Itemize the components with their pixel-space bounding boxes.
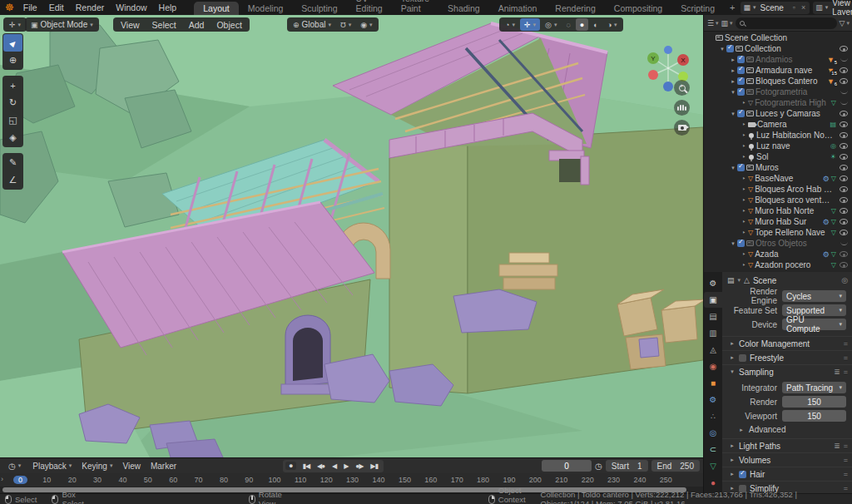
mode-selector[interactable]: ▣Object Mode▾ (25, 17, 99, 32)
shading-rendered-button[interactable]: ◑▾ (603, 18, 622, 31)
visibility-toggle[interactable] (838, 143, 850, 149)
view-layer-selector[interactable]: ▥ ▾ View Layer ▫ × (813, 2, 852, 14)
visibility-toggle[interactable] (838, 219, 850, 225)
timeline-menu-marker[interactable]: Marker (146, 462, 181, 471)
expander-icon[interactable]: ‣ (740, 251, 748, 258)
outliner-row-armadura-nave[interactable]: ▸Armadura nave▼15 (704, 65, 852, 76)
tab-animation[interactable]: Animation (489, 2, 547, 15)
properties-tab-material[interactable]: ● (704, 475, 722, 491)
outliner-row-camera[interactable]: ‣Camera▤ (704, 119, 852, 130)
collection-checkbox[interactable] (737, 67, 745, 74)
visibility-toggle[interactable] (838, 154, 850, 160)
menu-window[interactable]: Window (110, 2, 152, 13)
expander-icon[interactable]: ‣ (740, 197, 748, 204)
visibility-toggle[interactable] (838, 175, 850, 181)
viewport-menu-select[interactable]: Select (146, 18, 182, 31)
pin-icon[interactable]: ◎ (841, 276, 848, 284)
modifier-wrench-icon[interactable]: ⚙ (823, 175, 830, 183)
expander-icon[interactable]: ▸ (729, 57, 737, 63)
end-frame-field[interactable]: End250 (651, 460, 700, 472)
outliner-row-otros-objetos[interactable]: ▾Otros Objetos (704, 238, 852, 249)
shading-wireframe-button[interactable]: ◌ (562, 18, 574, 31)
viewport-menu-object[interactable]: Object (211, 18, 247, 31)
outliner-row-bloques-arco-hab-sur[interactable]: ‣▽Bloques Arco Hab Sur (704, 184, 852, 195)
gizmo-x-neg[interactable] (648, 70, 658, 80)
panel-light-paths[interactable]: ▸Light Paths≣= (722, 438, 852, 452)
current-frame-field[interactable]: 0 (542, 460, 592, 472)
visibility-toggle[interactable] (838, 67, 850, 73)
expander-icon[interactable]: ‣ (740, 143, 748, 150)
camera-view-button[interactable] (674, 120, 690, 136)
gizmo-z-axis[interactable] (664, 46, 672, 54)
expander-icon[interactable]: ▸ (729, 340, 736, 347)
panel-color-management[interactable]: ▸Color Management= (722, 336, 852, 350)
outliner-row-luces-y-camaras[interactable]: ▾Luces y Camaras (704, 108, 852, 119)
outliner-row-fotogrametria[interactable]: ▾Fotogrametria (704, 86, 852, 97)
editor-type-selector[interactable]: ✛▾ (3, 17, 27, 32)
expander-icon[interactable]: ‣ (740, 219, 748, 225)
collection-checkbox[interactable] (737, 88, 745, 96)
outliner-row-collection[interactable]: ▾Collection (704, 43, 852, 54)
scene-render[interactable] (0, 15, 703, 457)
jump-start-button[interactable]: ▮◀ (300, 462, 314, 470)
outliner-row-azadon-pocero[interactable]: ‣▽Azadon pocero▽ (704, 259, 852, 270)
properties-tab-output[interactable]: ▤ (704, 309, 722, 324)
timeline-menu-playback[interactable]: Playback▾ (27, 462, 77, 471)
viewport-3d[interactable]: ✛▾ ▣Object Mode▾ ViewSelectAddObject ⊕Gl… (0, 15, 703, 457)
outliner-row-muro-hab-norte[interactable]: ‣▽Muro Hab Norte▽ (704, 205, 852, 216)
properties-tab-world[interactable]: ◉ (704, 358, 722, 374)
overlays-toggle[interactable]: ◎▾ (541, 18, 561, 31)
tab-scripting[interactable]: Scripting (671, 2, 724, 15)
tab-layout[interactable]: Layout (194, 2, 239, 15)
display-mode-dropdown[interactable]: ☰▾ (707, 19, 719, 27)
viewport-menu-view[interactable]: View (115, 18, 146, 31)
outliner-row-andamios[interactable]: ▸Andamios▼5 (704, 54, 852, 65)
setting-feature-set-dropdown[interactable]: Supported▾ (782, 304, 846, 316)
menu-edit[interactable]: Edit (43, 2, 70, 13)
field-viewport-input[interactable]: 150 (782, 410, 846, 422)
outliner-search-input[interactable] (736, 17, 837, 29)
properties-tab-physics[interactable]: ◎ (704, 425, 722, 441)
snap-toggle[interactable]: Ω▾ (336, 18, 355, 31)
panel-freestyle[interactable]: ▸Freestyle= (722, 350, 852, 364)
expander-icon[interactable]: ‣ (740, 208, 748, 215)
tool-measure-button[interactable]: ∠ (3, 171, 22, 189)
outliner-row-luz-nave[interactable]: ‣Luz nave◎ (704, 141, 852, 151)
frame-tick-0[interactable]: 0 (13, 476, 27, 484)
visibility-toggle[interactable] (838, 262, 850, 268)
properties-tab-particles[interactable]: ∴ (704, 408, 722, 424)
orientation-dropdown[interactable]: ⊕Global▾ (289, 18, 335, 31)
visibility-toggle[interactable] (838, 208, 850, 214)
visibility-toggle[interactable] (838, 165, 850, 170)
record-button[interactable]: ● (285, 462, 295, 470)
setting-device-dropdown[interactable]: GPU Compute▾ (782, 319, 846, 330)
expander-icon[interactable]: ▾ (718, 46, 726, 52)
outliner-row-luz-habitacion-norte[interactable]: ‣Luz Habitacion Norte (704, 130, 852, 141)
tab-sculpting[interactable]: Sculpting (292, 2, 346, 15)
visibility-toggle[interactable] (838, 186, 850, 192)
expander-icon[interactable]: ‣ (740, 100, 748, 106)
tab-modeling[interactable]: Modeling (239, 2, 293, 15)
drag-handle-icon[interactable]: = (844, 368, 848, 376)
add-workspace-button[interactable]: + (724, 1, 741, 14)
visibility-dropdown[interactable]: ◔▾ (501, 18, 519, 31)
shading-solid-button[interactable]: ● (576, 18, 588, 31)
tool-annotate-button[interactable]: ✎ (3, 154, 22, 171)
tool-select-box-button[interactable]: ▶ (3, 34, 22, 52)
visibility-toggle[interactable] (838, 121, 850, 127)
expander-icon[interactable]: ▸ (729, 442, 736, 449)
scene-selector[interactable]: ▦ ▾ Scene ▫ × (741, 2, 810, 14)
drag-handle-icon[interactable]: = (844, 353, 848, 362)
expander-icon[interactable]: ‣ (740, 154, 748, 161)
tool-transform-button[interactable]: ◈ (3, 129, 22, 146)
ruler-corner-arrow[interactable]: › (1, 475, 3, 483)
blender-logo-icon[interactable]: ☸ (5, 2, 14, 13)
panel-sampling[interactable]: ▾Sampling≣= (722, 364, 852, 378)
properties-editor-icon[interactable]: ▤ (727, 276, 735, 284)
outliner-row-tope-relleno-nave[interactable]: ‣▽Tope Relleno Nave▽ (704, 227, 852, 238)
filter-dropdown[interactable]: ▽▾ (840, 19, 850, 27)
tool-move-button[interactable]: + (3, 77, 22, 94)
properties-tab-object-data[interactable]: ▽ (704, 458, 722, 474)
outliner-row-scene-collection[interactable]: Scene Collection (704, 32, 852, 43)
timeline-menu-keying[interactable]: Keying▾ (77, 462, 117, 471)
